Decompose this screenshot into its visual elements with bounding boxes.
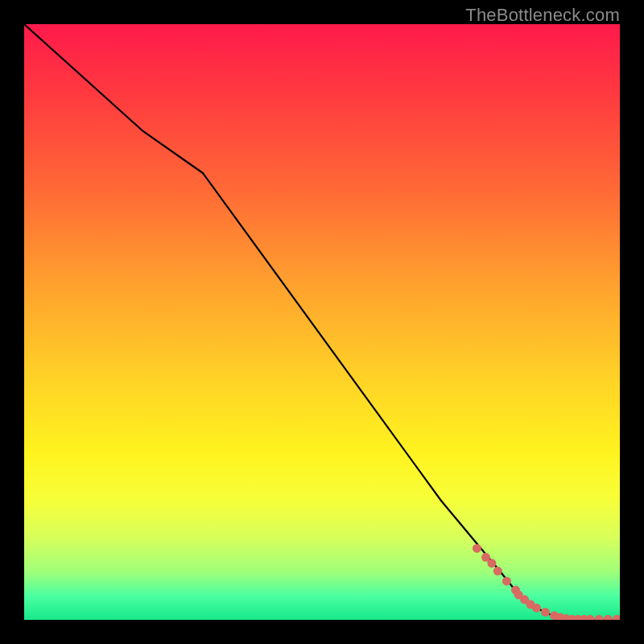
watermark-text: TheBottleneck.com bbox=[465, 5, 620, 26]
line-series bbox=[24, 24, 620, 620]
data-point bbox=[613, 615, 620, 620]
plot-area bbox=[24, 24, 620, 620]
scatter-series bbox=[473, 544, 620, 620]
data-point bbox=[487, 559, 496, 568]
data-point bbox=[473, 544, 481, 553]
chart-overlay bbox=[24, 24, 620, 620]
chart-frame: TheBottleneck.com bbox=[0, 0, 644, 644]
data-point bbox=[502, 576, 511, 585]
data-point bbox=[595, 615, 604, 620]
data-point bbox=[604, 615, 613, 620]
data-point bbox=[493, 567, 502, 576]
data-point bbox=[541, 608, 550, 617]
data-point bbox=[532, 604, 541, 613]
data-point bbox=[586, 615, 595, 620]
